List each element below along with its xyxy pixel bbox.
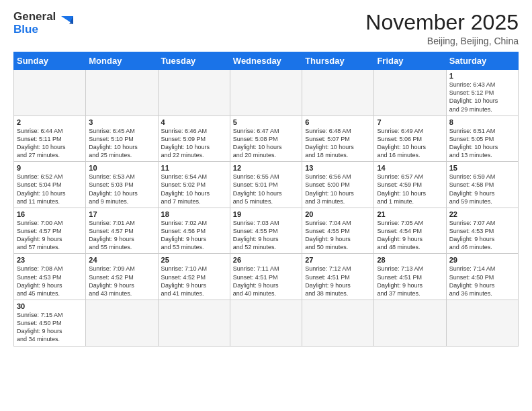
day-info: Sunrise: 6:46 AM Sunset: 5:09 PM Dayligh… [161, 127, 227, 160]
calendar-week-5: 23Sunrise: 7:08 AM Sunset: 4:53 PM Dayli… [14, 254, 519, 300]
calendar-cell-w5-d6: 28Sunrise: 7:13 AM Sunset: 4:51 PM Dayli… [374, 254, 446, 300]
calendar-cell-w6-d3 [158, 300, 230, 347]
calendar-cell-w4-d6: 21Sunrise: 7:05 AM Sunset: 4:54 PM Dayli… [374, 208, 446, 254]
calendar-week-2: 2Sunrise: 6:44 AM Sunset: 5:11 PM Daylig… [14, 116, 519, 162]
calendar-cell-w3-d7: 15Sunrise: 6:59 AM Sunset: 4:58 PM Dayli… [446, 162, 518, 208]
calendar-cell-w1-d5 [302, 70, 374, 116]
blue-triangle-icon [60, 13, 75, 34]
calendar-cell-w3-d3: 11Sunrise: 6:54 AM Sunset: 5:02 PM Dayli… [158, 162, 230, 208]
day-number: 19 [233, 210, 299, 218]
calendar-week-1: 1Sunrise: 6:43 AM Sunset: 5:12 PM Daylig… [14, 70, 519, 116]
calendar-cell-w1-d1 [14, 70, 86, 116]
day-info: Sunrise: 6:57 AM Sunset: 4:59 PM Dayligh… [377, 173, 443, 205]
day-info: Sunrise: 6:52 AM Sunset: 5:04 PM Dayligh… [17, 173, 83, 205]
day-info: Sunrise: 7:10 AM Sunset: 4:52 PM Dayligh… [161, 265, 227, 298]
calendar-cell-w2-d7: 8Sunrise: 6:51 AM Sunset: 5:05 PM Daylig… [446, 116, 518, 162]
day-number: 23 [17, 256, 83, 264]
day-info: Sunrise: 6:49 AM Sunset: 5:06 PM Dayligh… [377, 127, 443, 160]
day-number: 5 [233, 118, 299, 126]
day-info: Sunrise: 6:45 AM Sunset: 5:10 PM Dayligh… [89, 127, 154, 160]
calendar-cell-w6-d6 [374, 300, 446, 347]
day-info: Sunrise: 6:51 AM Sunset: 5:05 PM Dayligh… [449, 127, 515, 160]
calendar-cell-w3-d4: 12Sunrise: 6:55 AM Sunset: 5:01 PM Dayli… [230, 162, 302, 208]
day-info: Sunrise: 6:44 AM Sunset: 5:11 PM Dayligh… [17, 127, 83, 160]
calendar-cell-w2-d4: 5Sunrise: 6:47 AM Sunset: 5:08 PM Daylig… [230, 116, 302, 162]
calendar-cell-w5-d4: 26Sunrise: 7:11 AM Sunset: 4:51 PM Dayli… [230, 254, 302, 300]
day-number: 11 [161, 164, 227, 172]
day-number: 6 [305, 118, 371, 126]
header-saturday: Saturday [446, 52, 518, 70]
calendar-cell-w4-d7: 22Sunrise: 7:07 AM Sunset: 4:53 PM Dayli… [446, 208, 518, 254]
day-info: Sunrise: 7:01 AM Sunset: 4:57 PM Dayligh… [89, 219, 154, 252]
day-number: 26 [233, 256, 299, 264]
day-info: Sunrise: 6:59 AM Sunset: 4:58 PM Dayligh… [449, 173, 515, 205]
day-info: Sunrise: 6:55 AM Sunset: 5:01 PM Dayligh… [233, 173, 299, 205]
day-number: 14 [377, 164, 443, 172]
day-info: Sunrise: 7:09 AM Sunset: 4:52 PM Dayligh… [89, 265, 154, 298]
day-info: Sunrise: 7:12 AM Sunset: 4:51 PM Dayligh… [305, 265, 371, 298]
day-info: Sunrise: 7:14 AM Sunset: 4:50 PM Dayligh… [449, 265, 515, 298]
calendar-cell-w4-d2: 17Sunrise: 7:01 AM Sunset: 4:57 PM Dayli… [86, 208, 158, 254]
day-number: 7 [377, 118, 443, 126]
header-friday: Friday [374, 52, 446, 70]
day-number: 18 [161, 210, 227, 218]
day-info: Sunrise: 7:05 AM Sunset: 4:54 PM Dayligh… [377, 219, 443, 252]
header-monday: Monday [86, 52, 158, 70]
logo-text: GeneralBlue [13, 11, 56, 36]
day-number: 20 [305, 210, 371, 218]
calendar-cell-w5-d3: 25Sunrise: 7:10 AM Sunset: 4:52 PM Dayli… [158, 254, 230, 300]
day-number: 10 [89, 164, 154, 172]
calendar-cell-w5-d2: 24Sunrise: 7:09 AM Sunset: 4:52 PM Dayli… [86, 254, 158, 300]
calendar-cell-w1-d4 [230, 70, 302, 116]
day-info: Sunrise: 6:43 AM Sunset: 5:12 PM Dayligh… [449, 81, 515, 113]
calendar-cell-w2-d1: 2Sunrise: 6:44 AM Sunset: 5:11 PM Daylig… [14, 116, 86, 162]
day-number: 28 [377, 256, 443, 264]
calendar-cell-w4-d3: 18Sunrise: 7:02 AM Sunset: 4:56 PM Dayli… [158, 208, 230, 254]
day-info: Sunrise: 6:47 AM Sunset: 5:08 PM Dayligh… [233, 127, 299, 160]
calendar-cell-w4-d5: 20Sunrise: 7:04 AM Sunset: 4:55 PM Dayli… [302, 208, 374, 254]
day-info: Sunrise: 7:02 AM Sunset: 4:56 PM Dayligh… [161, 219, 227, 252]
day-number: 12 [233, 164, 299, 172]
header: GeneralBlue November 2025 Beijing, Beiji… [13, 11, 519, 46]
day-number: 17 [89, 210, 154, 218]
calendar-cell-w2-d3: 4Sunrise: 6:46 AM Sunset: 5:09 PM Daylig… [158, 116, 230, 162]
day-number: 13 [305, 164, 371, 172]
day-number: 15 [449, 164, 515, 172]
day-info: Sunrise: 7:04 AM Sunset: 4:55 PM Dayligh… [305, 219, 371, 252]
calendar-cell-w6-d4 [230, 300, 302, 347]
day-number: 30 [17, 302, 83, 310]
day-number: 24 [89, 256, 154, 264]
day-number: 21 [377, 210, 443, 218]
day-number: 8 [449, 118, 515, 126]
day-number: 1 [449, 72, 515, 80]
calendar-cell-w3-d6: 14Sunrise: 6:57 AM Sunset: 4:59 PM Dayli… [374, 162, 446, 208]
calendar-cell-w3-d2: 10Sunrise: 6:53 AM Sunset: 5:03 PM Dayli… [86, 162, 158, 208]
header-sunday: Sunday [14, 52, 86, 70]
calendar-cell-w2-d5: 6Sunrise: 6:48 AM Sunset: 5:07 PM Daylig… [302, 116, 374, 162]
day-number: 9 [17, 164, 83, 172]
day-number: 4 [161, 118, 227, 126]
calendar-cell-w2-d2: 3Sunrise: 6:45 AM Sunset: 5:10 PM Daylig… [86, 116, 158, 162]
day-info: Sunrise: 7:08 AM Sunset: 4:53 PM Dayligh… [17, 265, 83, 298]
header-thursday: Thursday [302, 52, 374, 70]
day-info: Sunrise: 7:00 AM Sunset: 4:57 PM Dayligh… [17, 219, 83, 252]
weekday-header-row: Sunday Monday Tuesday Wednesday Thursday… [14, 52, 519, 70]
calendar-cell-w6-d7 [446, 300, 518, 347]
day-number: 22 [449, 210, 515, 218]
calendar-cell-w3-d5: 13Sunrise: 6:56 AM Sunset: 5:00 PM Dayli… [302, 162, 374, 208]
calendar-week-4: 16Sunrise: 7:00 AM Sunset: 4:57 PM Dayli… [14, 208, 519, 254]
day-info: Sunrise: 7:07 AM Sunset: 4:53 PM Dayligh… [449, 219, 515, 252]
header-wednesday: Wednesday [230, 52, 302, 70]
day-number: 25 [161, 256, 227, 264]
day-number: 2 [17, 118, 83, 126]
calendar-cell-w4-d1: 16Sunrise: 7:00 AM Sunset: 4:57 PM Dayli… [14, 208, 86, 254]
day-info: Sunrise: 6:56 AM Sunset: 5:00 PM Dayligh… [305, 173, 371, 205]
month-title: November 2025 [365, 11, 519, 34]
day-number: 3 [89, 118, 154, 126]
calendar-cell-w5-d1: 23Sunrise: 7:08 AM Sunset: 4:53 PM Dayli… [14, 254, 86, 300]
calendar-cell-w1-d6 [374, 70, 446, 116]
day-info: Sunrise: 7:11 AM Sunset: 4:51 PM Dayligh… [233, 265, 299, 298]
day-info: Sunrise: 6:53 AM Sunset: 5:03 PM Dayligh… [89, 173, 154, 205]
day-info: Sunrise: 7:03 AM Sunset: 4:55 PM Dayligh… [233, 219, 299, 252]
calendar-cell-w6-d2 [86, 300, 158, 347]
